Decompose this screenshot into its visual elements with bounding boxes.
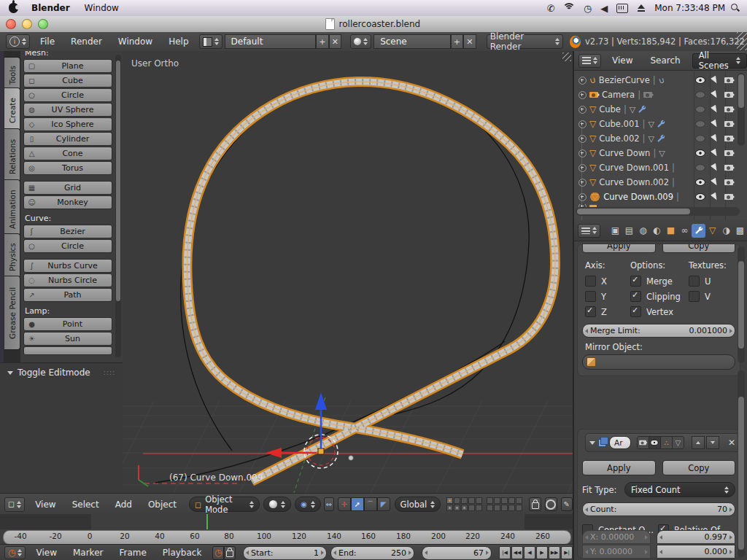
minimize-window-button[interactable] (22, 19, 32, 29)
editor-type-outliner-button[interactable] (578, 54, 601, 68)
delete-modifier-icon[interactable]: ✕ (728, 438, 735, 448)
mirror-copy-button[interactable]: Copy (662, 244, 736, 253)
tab-constraints-icon[interactable]: ∞ (678, 224, 692, 238)
renderable-camera-icon[interactable] (724, 92, 733, 98)
outliner-menu-search[interactable]: Search (641, 55, 689, 66)
add-path-button[interactable]: Path (23, 288, 112, 302)
menu-window[interactable]: Window (110, 36, 160, 47)
add-point-lamp-button[interactable]: Point (23, 317, 112, 331)
menu-render[interactable]: Render (63, 36, 110, 47)
renderable-camera-icon[interactable] (724, 77, 733, 83)
eject-icon[interactable] (637, 4, 646, 12)
view3d-menu-object[interactable]: Object (140, 499, 185, 510)
viewport-3d[interactable]: User Ortho (67) Curve Down.009 (123, 51, 573, 493)
move-modifier-up-button[interactable] (692, 436, 705, 449)
expand-icon[interactable] (578, 120, 587, 128)
selectable-cursor-icon[interactable] (711, 163, 719, 173)
frame-start-field[interactable]: Start: 1 (243, 546, 327, 560)
visibility-eye-icon[interactable] (695, 164, 705, 171)
current-frame-line[interactable] (206, 514, 208, 529)
properties-vscrollbar-top[interactable] (738, 246, 745, 363)
mirror-y-checkbox[interactable] (585, 291, 596, 302)
delete-layout-button[interactable]: ✕ (329, 34, 342, 49)
add-cone-button[interactable]: Cone (23, 147, 112, 160)
mirror-x-checkbox[interactable] (585, 276, 596, 287)
frame-end-field[interactable]: End: 250 (330, 546, 414, 560)
object-name[interactable]: Cube.002 (599, 133, 639, 144)
outliner-row[interactable]: ▽ Cube.001 |▽ (578, 117, 743, 131)
manipulator-extra-toggle[interactable]: ◤ (377, 497, 390, 511)
add-monkey-button[interactable]: Monkey (23, 195, 112, 209)
close-window-button[interactable] (6, 19, 16, 29)
tab-object-data-icon[interactable]: ▽ (705, 224, 719, 238)
header-resize-corner[interactable] (737, 32, 747, 50)
manipulate-centers-toggle[interactable]: ⇔ (324, 497, 334, 511)
selectable-cursor-icon[interactable] (711, 76, 719, 85)
editor-type-info-button[interactable]: i (6, 34, 30, 49)
mirror-object-field[interactable] (582, 354, 735, 370)
selectable-cursor-icon[interactable] (711, 178, 719, 187)
outliner-row[interactable]: ▽ Curve Down.002 | (578, 175, 743, 190)
visibility-eye-icon[interactable] (695, 179, 705, 186)
renderable-camera-icon[interactable] (724, 179, 733, 185)
outliner-hscrollbar[interactable] (576, 207, 740, 216)
selectable-cursor-icon[interactable] (711, 105, 719, 114)
add-circle-button[interactable]: Circle (23, 88, 112, 102)
clipping-checkbox[interactable] (630, 291, 641, 302)
add-ico-sphere-button[interactable]: Ico Sphere (23, 117, 112, 131)
add-layout-button[interactable]: + (316, 34, 329, 49)
object-name[interactable]: BezierCurve (599, 75, 650, 85)
apple-menu-icon[interactable] (9, 3, 18, 13)
expand-icon[interactable] (578, 179, 587, 187)
selectable-cursor-icon[interactable] (711, 149, 719, 158)
rollercoaster-track[interactable] (187, 82, 555, 481)
editor-type-properties-button[interactable] (578, 224, 600, 238)
time-display-toggle[interactable] (212, 546, 224, 560)
outliner-row[interactable]: Camera | (578, 88, 743, 102)
renderable-camera-icon[interactable] (724, 136, 733, 141)
layers-group-1[interactable] (446, 497, 482, 511)
visibility-eye-icon[interactable] (695, 106, 705, 113)
view3d-menu-select[interactable]: Select (64, 499, 107, 510)
add-cylinder-button[interactable]: Cylinder (23, 132, 112, 146)
scene-field[interactable]: Scene (374, 34, 451, 49)
timeline-ruler[interactable]: -40 -20 0 20 40 60 80 100 120 140 160 18… (0, 529, 573, 544)
object-name[interactable]: Cube (599, 104, 621, 114)
screen-layout-field[interactable]: Default (225, 34, 317, 49)
object-name[interactable]: Camera (602, 90, 635, 100)
add-scene-button[interactable]: + (451, 34, 464, 49)
tab-render-icon[interactable]: ▣ (608, 224, 622, 238)
layers-group-2[interactable] (487, 497, 522, 511)
prev-keyframe-button[interactable]: ◀◀ (511, 546, 523, 559)
lock-to-scene-toggle[interactable] (529, 497, 541, 511)
move-modifier-down-button[interactable] (706, 436, 719, 449)
constant-y-field[interactable]: Y: 0.00000 (582, 545, 651, 559)
object-name[interactable]: Curve Down.002 (599, 177, 669, 187)
x-axis-arrowhead[interactable] (266, 448, 282, 458)
current-frame-field[interactable]: 67 (422, 546, 492, 560)
jump-to-start-button[interactable]: |◀ (499, 546, 511, 559)
add-nurbs-circle-button[interactable]: Nurbs Circle (23, 273, 112, 287)
expand-icon[interactable] (578, 164, 587, 172)
outliner-row[interactable]: ▽ Cube |▽ (578, 102, 743, 117)
app-menu[interactable]: Blender (24, 0, 77, 16)
view3d-menu-add[interactable]: Add (107, 499, 140, 510)
object-name[interactable]: Curve Down.009 (603, 192, 673, 202)
add-plane-button[interactable]: Plane (23, 59, 112, 73)
manipulator-scale-toggle[interactable]: ⌒ (364, 497, 377, 511)
outliner-row[interactable]: ▽ Curve Down |▽ (578, 146, 743, 160)
array-apply-button[interactable]: Apply (582, 460, 656, 475)
add-uv-sphere-button[interactable]: UV Sphere (23, 103, 112, 117)
panel-grip-icon[interactable]: :::: (104, 369, 115, 376)
expand-icon[interactable] (578, 106, 587, 114)
play-button[interactable]: ▶ (536, 546, 548, 559)
timeline-menu-view[interactable]: View (28, 548, 64, 558)
toolshelf-scrollbar[interactable] (115, 55, 121, 357)
visibility-eye-icon[interactable] (695, 77, 705, 84)
add-cube-button[interactable]: Cube (23, 74, 112, 88)
tab-relations[interactable]: Relations (4, 128, 20, 185)
merge-limit-field[interactable]: Merge Limit: 0.001000 (582, 324, 735, 338)
tab-create[interactable]: Create (4, 88, 20, 134)
timeline-menu-playback[interactable]: Playback (155, 548, 210, 558)
renderable-camera-icon[interactable] (724, 106, 733, 112)
